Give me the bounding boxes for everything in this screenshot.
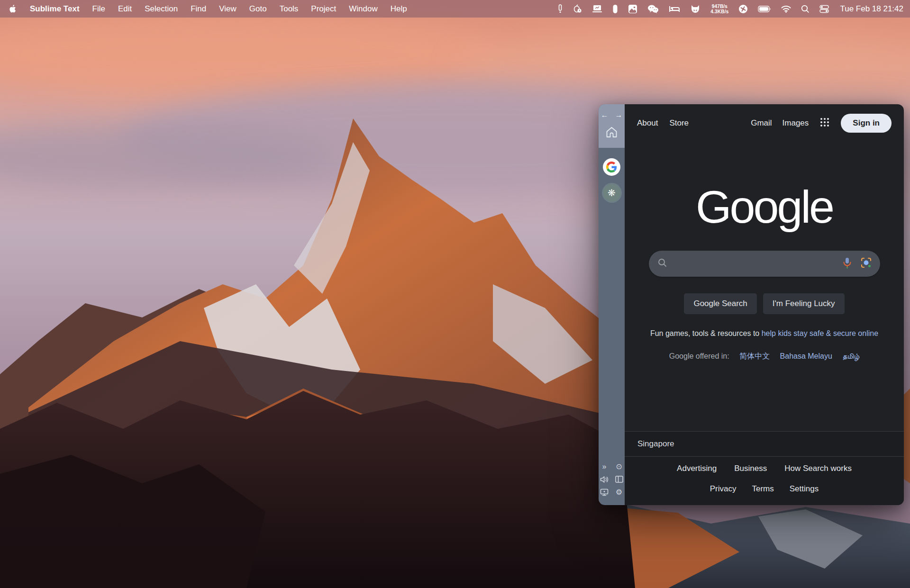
header-link-gmail[interactable]: Gmail xyxy=(751,118,772,128)
battery-icon[interactable] xyxy=(758,3,771,15)
language-line: Google offered in: 简体中文 Bahasa Melayu தம… xyxy=(669,352,859,362)
battery-health-icon[interactable] xyxy=(573,3,582,15)
display-chart-icon[interactable] xyxy=(592,3,602,15)
home-icon[interactable] xyxy=(605,126,618,140)
expand-sidebar-icon[interactable]: » xyxy=(602,463,607,470)
search-bar[interactable] xyxy=(649,251,880,277)
network-speed-indicator[interactable]: 947B/s 4.3KB/s xyxy=(710,4,728,14)
macos-menu-bar: Sublime Text File Edit Selection Find Vi… xyxy=(0,0,910,18)
lens-camera-icon[interactable] xyxy=(861,257,872,270)
volume-icon[interactable] xyxy=(600,476,609,483)
offered-link-zh[interactable]: 简体中文 xyxy=(739,352,770,360)
sign-in-button[interactable]: Sign in xyxy=(841,114,892,133)
google-logo: Google xyxy=(696,184,833,230)
record-icon[interactable]: ⊙ xyxy=(616,463,622,470)
control-center-icon[interactable] xyxy=(819,3,829,15)
back-arrow-icon[interactable]: ← xyxy=(601,111,609,119)
promo-link[interactable]: help kids stay safe & secure online xyxy=(762,329,878,337)
screen-share-icon[interactable] xyxy=(600,488,609,496)
apps-grid-icon[interactable] xyxy=(820,118,829,129)
google-header: About Store Gmail Images Sign in xyxy=(625,104,904,133)
offered-link-ta[interactable]: தமிழ் xyxy=(842,352,859,360)
browser-sidebar: ← → ❋ » ⊙ xyxy=(599,104,625,505)
chatgpt-favicon[interactable]: ❋ xyxy=(603,184,620,201)
header-link-about[interactable]: About xyxy=(637,118,658,128)
feeling-lucky-button[interactable]: I'm Feeling Lucky xyxy=(763,293,845,314)
search-magnifier-icon xyxy=(658,258,667,269)
menu-project[interactable]: Project xyxy=(311,4,336,14)
google-homepage: About Store Gmail Images Sign in Google xyxy=(625,104,904,505)
offered-link-ms[interactable]: Bahasa Melayu xyxy=(780,352,832,360)
google-search-button[interactable]: Google Search xyxy=(684,293,756,314)
menu-file[interactable]: File xyxy=(92,4,105,14)
promo-text: Fun games, tools & resources to xyxy=(650,329,759,337)
apple-icon[interactable] xyxy=(9,3,17,15)
footer-link-business[interactable]: Business xyxy=(734,464,767,473)
browser-window: ← → ❋ » ⊙ xyxy=(599,104,904,505)
spotlight-icon[interactable] xyxy=(801,3,810,15)
header-link-store[interactable]: Store xyxy=(669,118,689,128)
menu-find[interactable]: Find xyxy=(191,4,206,14)
notch-icon[interactable] xyxy=(612,3,618,15)
footer-link-settings[interactable]: Settings xyxy=(790,484,819,494)
footer-link-terms[interactable]: Terms xyxy=(752,484,774,494)
settings-icon[interactable]: ⚙ xyxy=(616,488,622,496)
menu-bar-clock[interactable]: Tue Feb 18 21:42 xyxy=(840,4,903,14)
menu-selection[interactable]: Selection xyxy=(145,4,178,14)
proxy-icon[interactable] xyxy=(738,3,748,15)
menu-goto[interactable]: Goto xyxy=(249,4,267,14)
net-down: 4.3KB/s xyxy=(710,9,728,14)
offered-label: Google offered in: xyxy=(669,352,729,360)
menu-help[interactable]: Help xyxy=(391,4,407,14)
menu-edit[interactable]: Edit xyxy=(118,4,132,14)
split-view-icon[interactable] xyxy=(615,476,623,483)
menu-tools[interactable]: Tools xyxy=(280,4,299,14)
footer-link-privacy[interactable]: Privacy xyxy=(710,484,737,494)
net-up: 947B/s xyxy=(710,4,728,9)
header-link-images[interactable]: Images xyxy=(783,118,809,128)
search-input[interactable] xyxy=(673,259,836,269)
sidebar-bottom-toolbar: » ⊙ ⚙ xyxy=(599,460,624,498)
forward-arrow-icon[interactable]: → xyxy=(615,111,623,119)
footer-link-advertising[interactable]: Advertising xyxy=(677,464,717,473)
google-footer: Singapore Advertising Business How Searc… xyxy=(625,431,904,505)
wifi-icon[interactable] xyxy=(781,3,791,15)
pin-icon[interactable] xyxy=(558,3,563,15)
wechat-icon[interactable] xyxy=(647,3,659,15)
google-favicon[interactable] xyxy=(603,158,620,176)
microphone-icon[interactable] xyxy=(843,257,852,271)
photos-icon[interactable] xyxy=(628,3,637,15)
runcat-icon[interactable] xyxy=(690,3,701,15)
promo-line: Fun games, tools & resources to help kid… xyxy=(650,329,878,338)
active-app-name[interactable]: Sublime Text xyxy=(30,4,80,14)
menu-window[interactable]: Window xyxy=(349,4,377,14)
bed-icon[interactable] xyxy=(669,3,680,15)
menu-view[interactable]: View xyxy=(219,4,237,14)
footer-link-how-search-works[interactable]: How Search works xyxy=(784,464,852,473)
footer-region-label: Singapore xyxy=(625,431,904,457)
sidebar-nav-block: ← → xyxy=(599,104,625,148)
